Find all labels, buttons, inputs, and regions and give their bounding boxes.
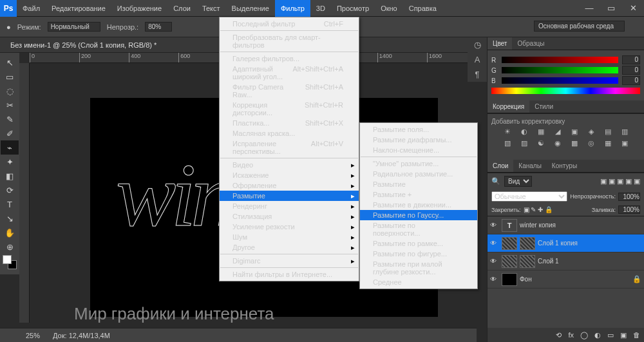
search-icon[interactable]: 🔍 xyxy=(491,177,500,185)
group-icon[interactable]: ▭ xyxy=(607,331,614,339)
menu-item[interactable]: Видео xyxy=(220,160,359,170)
tool-5[interactable]: ✐ xyxy=(1,126,19,140)
menu-item[interactable]: Размытие по фигуре... xyxy=(360,249,477,259)
layer-row[interactable]: 👁Twinter копия xyxy=(488,216,644,234)
fx-icon[interactable]: fx xyxy=(568,331,574,339)
tab-styles[interactable]: Стили xyxy=(529,100,558,113)
menu-item[interactable]: Оформление xyxy=(220,180,359,191)
menu-файл[interactable]: Файл xyxy=(17,0,46,17)
menu-item[interactable]: Наклон-смещение... xyxy=(360,145,477,155)
menu-item[interactable]: Рендеринг xyxy=(220,201,359,211)
adj-icon[interactable]: ☀ xyxy=(502,128,513,137)
blend-mode-select[interactable]: Нормальный xyxy=(48,22,100,32)
menu-item[interactable]: Размытие поля... xyxy=(360,124,477,135)
menu-item[interactable]: Размытие в движении... xyxy=(360,200,477,210)
menu-item[interactable]: Среднее xyxy=(360,277,477,287)
menu-item[interactable]: Масляная краска... xyxy=(220,128,359,138)
menu-item[interactable]: Другое xyxy=(220,242,359,252)
menu-item[interactable]: Галерея фильтров... xyxy=(220,53,359,64)
adj-icon[interactable]: ▦ xyxy=(536,128,546,137)
menu-текст[interactable]: Текст xyxy=(196,0,226,17)
history-icon[interactable]: ◷ xyxy=(474,40,481,50)
adj-icon[interactable]: ▥ xyxy=(620,128,630,137)
mask-icon[interactable]: ◯ xyxy=(580,331,588,339)
collapsed-panels[interactable]: ◷ A ¶ xyxy=(468,37,487,82)
filter-menu-dropdown[interactable]: Последний фильтрCtrl+FПреобразовать для … xyxy=(219,17,359,281)
b-value[interactable]: 0 xyxy=(622,76,640,85)
layer-row[interactable]: 👁Слой 1 xyxy=(488,252,644,271)
g-slider[interactable] xyxy=(502,67,618,73)
fg-bg-swatches[interactable] xyxy=(1,254,19,272)
tool-9[interactable]: ⟳ xyxy=(1,183,19,197)
tab-paths[interactable]: Контуры xyxy=(547,160,582,172)
menu-item[interactable]: Размытие xyxy=(220,191,359,201)
adj-icon[interactable]: ◉ xyxy=(553,139,563,148)
tool-8[interactable]: ◧ xyxy=(1,169,19,183)
menu-item[interactable]: Фильтр Camera Raw...Shift+Ctrl+A xyxy=(220,82,359,100)
menu-item[interactable]: Стилизация xyxy=(220,211,359,222)
menu-item[interactable]: Размытие по поверхности... xyxy=(360,220,477,238)
menu-item[interactable]: Размытие при малой глубине резкости... xyxy=(360,259,477,277)
menu-item[interactable]: Радиальное размытие... xyxy=(360,169,477,179)
tab-swatches[interactable]: Образцы xyxy=(512,37,549,50)
menu-item[interactable]: Коррекция дисторсии...Shift+Ctrl+R xyxy=(220,100,359,118)
menu-окно[interactable]: Окно xyxy=(375,0,403,17)
adj-icon[interactable]: ◎ xyxy=(586,139,596,148)
menu-изображение[interactable]: Изображение xyxy=(111,0,167,17)
adj-icon[interactable]: ◈ xyxy=(586,128,596,137)
maximize-button[interactable]: ▭ xyxy=(600,0,622,17)
opacity-input[interactable]: 80% xyxy=(145,22,172,32)
hue-strip[interactable] xyxy=(491,88,640,94)
visibility-icon[interactable]: 👁 xyxy=(490,276,499,283)
link-layers-icon[interactable]: ⟲ xyxy=(556,331,562,339)
menu-item[interactable]: "Умное" размытие... xyxy=(360,158,477,169)
tab-layers[interactable]: Слои xyxy=(488,160,513,172)
adj-icon[interactable]: ▣ xyxy=(620,139,630,148)
minimize-button[interactable]: — xyxy=(578,0,600,17)
tab-adjustments[interactable]: Коррекция xyxy=(488,100,529,113)
blur-submenu-dropdown[interactable]: Размытие поля...Размытие диафрагмы...Нак… xyxy=(359,122,478,289)
visibility-icon[interactable]: 👁 xyxy=(490,222,499,229)
lock-icons[interactable]: ▣ ✎ ✚ 🔒 xyxy=(524,206,553,213)
tab-color[interactable]: Цвет xyxy=(488,37,512,50)
menu-item[interactable]: Размытие + xyxy=(360,189,477,200)
character-icon[interactable]: A xyxy=(475,55,480,64)
menu-редактирование[interactable]: Редактирование xyxy=(46,0,111,17)
menu-item[interactable]: Шум xyxy=(220,232,359,242)
zoom-level[interactable]: 25% xyxy=(26,332,40,339)
adj-icon[interactable]: ▧ xyxy=(502,139,513,148)
delete-icon[interactable]: 🗑 xyxy=(633,331,640,339)
menu-item[interactable]: Размытие по рамке... xyxy=(360,238,477,249)
layer-row[interactable]: 👁Фон🔒 xyxy=(488,271,644,289)
tab-channels[interactable]: Каналы xyxy=(513,160,547,172)
tool-10[interactable]: T xyxy=(1,197,19,211)
menu-item[interactable]: Усиление резкости xyxy=(220,222,359,232)
menu-item[interactable]: Искажение xyxy=(220,170,359,180)
tool-7[interactable]: ✦ xyxy=(1,155,19,169)
menu-просмотр[interactable]: Просмотр xyxy=(331,0,375,17)
tool-4[interactable]: ✎ xyxy=(1,112,19,126)
adj-icon[interactable]: ▣ xyxy=(569,128,580,137)
menu-item[interactable]: Digimarc xyxy=(220,256,359,266)
new-layer-icon[interactable]: ▣ xyxy=(620,331,627,339)
menu-item[interactable]: Адаптивный широкий угол...Alt+Shift+Ctrl… xyxy=(220,64,359,82)
menu-слои[interactable]: Слои xyxy=(167,0,196,17)
g-value[interactable]: 0 xyxy=(622,66,640,75)
visibility-icon[interactable]: 👁 xyxy=(490,258,499,265)
tool-3[interactable]: ✂ xyxy=(1,98,19,112)
menu-фильтр[interactable]: Фильтр xyxy=(275,0,310,17)
menu-item[interactable]: Преобразовать для смарт-фильтров xyxy=(220,32,359,50)
adj-icon[interactable]: ◐ xyxy=(519,128,529,137)
menu-item[interactable]: Размытие xyxy=(360,179,477,189)
menu-item[interactable]: Размытие диафрагмы... xyxy=(360,135,477,145)
tool-2[interactable]: ◌ xyxy=(1,84,19,98)
tool-12[interactable]: ✋ xyxy=(1,225,19,240)
tool-11[interactable]: ↘ xyxy=(1,211,19,225)
tool-1[interactable]: ▭ xyxy=(1,70,19,84)
layer-opacity-input[interactable] xyxy=(618,193,640,201)
layer-fill-input[interactable] xyxy=(618,205,640,214)
layer-row[interactable]: 👁Слой 1 копия xyxy=(488,234,644,252)
r-slider[interactable] xyxy=(502,57,618,63)
workspace-select[interactable]: Основная рабочая среда xyxy=(534,21,625,32)
paragraph-icon[interactable]: ¶ xyxy=(475,70,480,79)
